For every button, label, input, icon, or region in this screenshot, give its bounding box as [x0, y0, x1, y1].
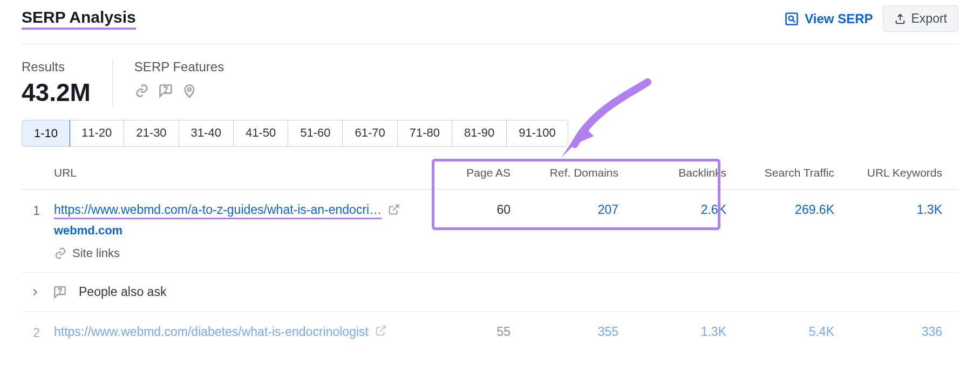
- table-header: URL Page AS Ref. Domains Backlinks Searc…: [22, 152, 958, 190]
- cell-page-as: 60: [419, 203, 527, 217]
- serp-magnifier-icon: [784, 11, 799, 26]
- col-url-keywords[interactable]: URL Keywords: [850, 166, 958, 179]
- col-backlinks[interactable]: Backlinks: [635, 166, 743, 179]
- pagination-tab[interactable]: 61-70: [343, 120, 397, 146]
- vertical-separator: [112, 59, 113, 107]
- sitelinks-label: Site links: [72, 246, 120, 260]
- svg-point-1: [789, 16, 793, 20]
- pagination-tab[interactable]: 31-40: [179, 120, 234, 146]
- svg-line-5: [393, 205, 398, 210]
- svg-line-7: [380, 326, 385, 332]
- cell-page-as: 55: [419, 325, 527, 339]
- serp-features-label: SERP Features: [134, 59, 224, 75]
- cell-search-traffic[interactable]: 269.6K: [743, 203, 850, 217]
- cell-backlinks[interactable]: 1.3K: [635, 325, 743, 339]
- results-table: URL Page AS Ref. Domains Backlinks Searc…: [22, 152, 958, 352]
- row-url-cell: https://www.webmd.com/diabetes/what-is-e…: [54, 325, 419, 340]
- view-serp-button[interactable]: View SERP: [784, 11, 873, 26]
- people-also-ask-row[interactable]: People also ask: [22, 273, 958, 312]
- people-also-ask-label: People also ask: [79, 285, 166, 299]
- sitelinks-icon: [134, 83, 149, 98]
- col-url: URL: [54, 166, 419, 179]
- pagination-tab[interactable]: 41-50: [234, 120, 288, 146]
- row-index: 1: [22, 203, 54, 218]
- stats-row: Results 43.2M SERP Features: [22, 44, 958, 120]
- result-domain[interactable]: webmd.com: [54, 224, 419, 238]
- row-index: 2: [22, 325, 54, 340]
- page-title: SERP Analysis: [22, 8, 136, 30]
- pagination-tab[interactable]: 91-100: [507, 120, 568, 146]
- export-label: Export: [911, 11, 947, 26]
- col-ref-domains[interactable]: Ref. Domains: [527, 166, 635, 179]
- sitelinks-icon: [54, 247, 67, 260]
- table-row: 1 https://www.webmd.com/a-to-z-guides/wh…: [22, 190, 958, 273]
- serp-features-block: SERP Features: [134, 59, 224, 107]
- results-value: 43.2M: [22, 78, 91, 107]
- result-url-link[interactable]: https://www.webmd.com/diabetes/what-is-e…: [54, 325, 369, 340]
- svg-point-6: [59, 292, 60, 293]
- pagination-tab[interactable]: 81-90: [452, 120, 507, 146]
- external-link-icon[interactable]: [375, 325, 387, 340]
- svg-rect-0: [786, 13, 798, 24]
- pagination-tab[interactable]: 1-10: [22, 120, 70, 147]
- pagination-tab[interactable]: 71-80: [398, 120, 452, 146]
- external-link-icon[interactable]: [388, 204, 400, 219]
- svg-line-2: [793, 20, 795, 22]
- header-actions: View SERP Export: [784, 5, 958, 32]
- pagination-tabs: 1-1011-2021-3031-4041-5051-6061-7071-808…: [22, 120, 568, 147]
- results-label: Results: [22, 59, 91, 75]
- pagination-tab[interactable]: 11-20: [70, 120, 124, 146]
- pagination-tab[interactable]: 21-30: [124, 120, 179, 146]
- people-also-ask-icon: [158, 83, 173, 98]
- serp-feature-icons: [134, 83, 224, 98]
- view-serp-label: View SERP: [805, 11, 873, 26]
- table-row: 2 https://www.webmd.com/diabetes/what-is…: [22, 312, 958, 352]
- col-page-as[interactable]: Page AS: [419, 166, 527, 179]
- people-also-ask-icon: [53, 285, 67, 299]
- cell-ref-domains[interactable]: 207: [527, 203, 635, 217]
- header-row: SERP Analysis View SERP Export: [22, 5, 958, 44]
- local-pack-icon: [182, 83, 197, 98]
- cell-ref-domains[interactable]: 355: [527, 325, 635, 339]
- export-button[interactable]: Export: [883, 5, 958, 32]
- export-icon: [894, 13, 906, 25]
- results-block: Results 43.2M: [22, 59, 91, 107]
- pagination-tab[interactable]: 51-60: [288, 120, 343, 146]
- row-url-cell: https://www.webmd.com/a-to-z-guides/what…: [54, 203, 419, 260]
- chevron-right-icon: [29, 286, 41, 298]
- cell-url-keywords[interactable]: 336: [850, 325, 958, 339]
- svg-point-3: [165, 91, 166, 92]
- cell-url-keywords[interactable]: 1.3K: [850, 203, 958, 217]
- result-url-link[interactable]: https://www.webmd.com/a-to-z-guides/what…: [54, 203, 382, 219]
- col-search-traffic[interactable]: Search Traffic: [743, 166, 850, 179]
- sitelinks-indicator: Site links: [54, 246, 419, 260]
- svg-point-4: [188, 88, 191, 91]
- cell-backlinks[interactable]: 2.6K: [635, 203, 743, 217]
- cell-search-traffic[interactable]: 5.4K: [743, 325, 850, 339]
